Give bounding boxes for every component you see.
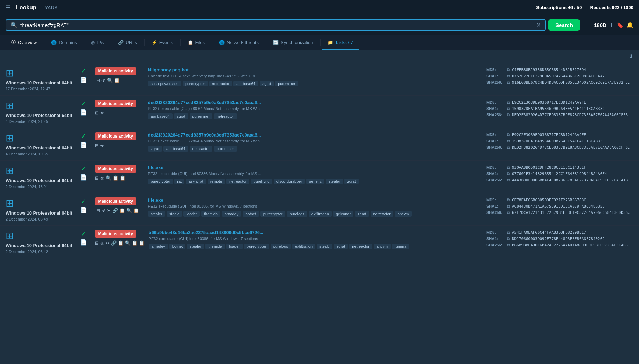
tag[interactable]: purelogs — [271, 244, 291, 249]
tag[interactable]: remote — [208, 178, 225, 184]
nav-yara[interactable]: YARA — [45, 5, 58, 10]
tag[interactable]: generic — [306, 178, 324, 184]
tag[interactable]: zgrat — [260, 81, 274, 86]
tag[interactable]: susp-powershell — [148, 81, 181, 86]
verdict-icon[interactable]: 📋 — [119, 208, 125, 213]
tab-domains[interactable]: 🌐 Domains — [45, 36, 82, 50]
time-period[interactable]: 180D — [594, 22, 606, 28]
tag[interactable]: gcleaner — [333, 211, 353, 217]
bookmark-icon[interactable]: 🔖 — [617, 22, 624, 28]
tab-network-threats[interactable]: 🌐 Network threats — [213, 36, 264, 50]
copy-sha256-icon[interactable]: ⧉ — [507, 145, 510, 150]
check-icon[interactable]: ✓ — [81, 132, 86, 140]
verdict-icon[interactable]: 📋 — [133, 208, 139, 213]
check-icon[interactable]: ✓ — [81, 197, 86, 205]
tag[interactable]: purecrypter — [244, 244, 269, 249]
tag[interactable]: antivm — [374, 244, 391, 249]
tab-urls[interactable]: 🔗 URLs — [112, 36, 143, 50]
verdict-icon[interactable]: 🔗 — [111, 240, 117, 246]
tag[interactable]: netreactor — [190, 146, 213, 152]
tag[interactable]: zgrat — [148, 146, 162, 152]
check-icon[interactable]: ✓ — [81, 230, 86, 238]
tag[interactable]: asyncrat — [186, 178, 206, 184]
verdict-icon[interactable]: ☣ — [101, 78, 106, 83]
verdict-icon[interactable]: 🔗 — [112, 208, 118, 213]
tag[interactable]: pureminer — [190, 113, 213, 119]
tag[interactable]: stealer — [148, 211, 165, 217]
tag[interactable]: purecrypter — [183, 81, 208, 86]
verdict-icon[interactable]: ☣ — [100, 110, 104, 115]
verdict-icon[interactable]: 📋 — [113, 175, 118, 181]
tag[interactable]: api-base64 — [163, 146, 188, 152]
tab-synchronization[interactable]: 🔄 Synchronization — [267, 36, 319, 50]
bell-icon[interactable]: 🔔 — [626, 22, 633, 28]
copy-sha256-icon[interactable]: ⧉ — [507, 210, 510, 215]
tag[interactable]: netreactor — [209, 81, 232, 86]
tag[interactable]: stealc — [167, 211, 182, 217]
file-icon[interactable]: 📄 — [80, 141, 87, 148]
file-name[interactable]: ded2f3820264d77ced8357b9e0a8cd7353ae7e0a… — [148, 132, 482, 138]
copy-sha256-icon[interactable]: ⧉ — [507, 243, 510, 247]
copy-md5-icon[interactable]: ⧉ — [507, 132, 510, 137]
verdict-icon[interactable]: 📋 — [120, 175, 125, 181]
file-name[interactable]: file.exe — [148, 197, 482, 203]
copy-sha1-icon[interactable]: ⧉ — [507, 171, 510, 176]
verdict-icon[interactable]: ☣ — [100, 175, 104, 181]
tag[interactable]: purehvnc — [251, 178, 272, 184]
verdict-icon[interactable]: ✂ — [107, 208, 111, 213]
copy-sha1-icon[interactable]: ⧉ — [507, 74, 510, 78]
hamburger-menu[interactable]: ☰ — [6, 4, 10, 11]
tag[interactable]: loader — [183, 211, 200, 217]
download-icon[interactable]: ⬇ — [609, 22, 614, 28]
copy-md5-icon[interactable]: ⧉ — [507, 100, 510, 105]
verdict-icon[interactable]: 📋 — [139, 240, 145, 246]
tag[interactable]: stealer — [326, 178, 343, 184]
tag[interactable]: zgrat — [174, 113, 188, 119]
copy-sha256-icon[interactable]: ⧉ — [507, 80, 510, 85]
results-format-icon[interactable]: ☰ — [584, 21, 590, 29]
verdict-icon[interactable]: ⊞ — [96, 78, 100, 83]
check-icon[interactable]: ✓ — [81, 165, 86, 173]
file-icon[interactable]: 📄 — [80, 239, 87, 246]
verdict-icon[interactable]: ✂ — [106, 240, 110, 246]
verdict-icon[interactable]: 🔍 — [125, 240, 131, 246]
tag[interactable]: netreactor — [226, 178, 250, 184]
copy-md5-icon[interactable]: ⧉ — [507, 197, 510, 202]
tag[interactable]: antivm — [395, 211, 412, 217]
copy-md5-icon[interactable]: ⧉ — [507, 165, 510, 170]
verdict-icon[interactable]: ⊞ — [95, 240, 99, 246]
verdict-icon[interactable]: 📋 — [118, 240, 124, 246]
tag[interactable]: amadey — [149, 244, 168, 249]
file-name[interactable]: ded2f3820264d77ced8357b9e0a8cd7353ae7e0a… — [148, 100, 482, 105]
verdict-icon[interactable]: ☣ — [101, 208, 106, 213]
tag[interactable]: exfiltration — [292, 244, 315, 249]
tab-files[interactable]: 📋 Files — [182, 36, 210, 50]
file-name[interactable]: file.exe — [148, 165, 482, 170]
copy-md5-icon[interactable]: ⧉ — [507, 230, 510, 235]
verdict-icon[interactable]: ⊞ — [95, 110, 99, 115]
copy-sha1-icon[interactable]: ⧉ — [507, 236, 510, 241]
copy-sha1-icon[interactable]: ⧉ — [507, 204, 510, 209]
tag[interactable]: exfiltration — [309, 211, 332, 217]
verdict-icon[interactable]: 🔍 — [106, 175, 111, 181]
tag[interactable]: rat — [174, 178, 184, 184]
tag[interactable]: pureminer — [275, 81, 298, 86]
file-name[interactable]: b66b9bbe43d16ba2ae2275aaad148809d9c5bce9… — [149, 230, 482, 235]
tag[interactable]: purecrypter — [148, 178, 173, 184]
check-icon[interactable]: ✓ — [81, 100, 86, 107]
verdict-icon[interactable]: ⊞ — [96, 208, 100, 213]
verdict-icon[interactable]: 🔍 — [126, 208, 132, 213]
verdict-icon[interactable]: ☣ — [100, 143, 104, 148]
clear-icon[interactable]: ✕ — [536, 22, 541, 28]
tag[interactable]: amadey — [222, 211, 241, 217]
copy-sha1-icon[interactable]: ⧉ — [507, 139, 510, 144]
tag[interactable]: stealer — [187, 244, 204, 249]
search-input[interactable] — [20, 22, 533, 28]
tag[interactable]: themida — [205, 244, 225, 249]
verdict-icon[interactable]: ⊞ — [95, 143, 99, 148]
file-icon[interactable]: 📄 — [80, 109, 87, 115]
tab-events[interactable]: ⚡ Events — [146, 36, 179, 50]
tag[interactable]: purelogs — [287, 211, 307, 217]
tag[interactable]: purecrypter — [260, 211, 286, 217]
file-icon[interactable]: 📄 — [80, 206, 87, 213]
